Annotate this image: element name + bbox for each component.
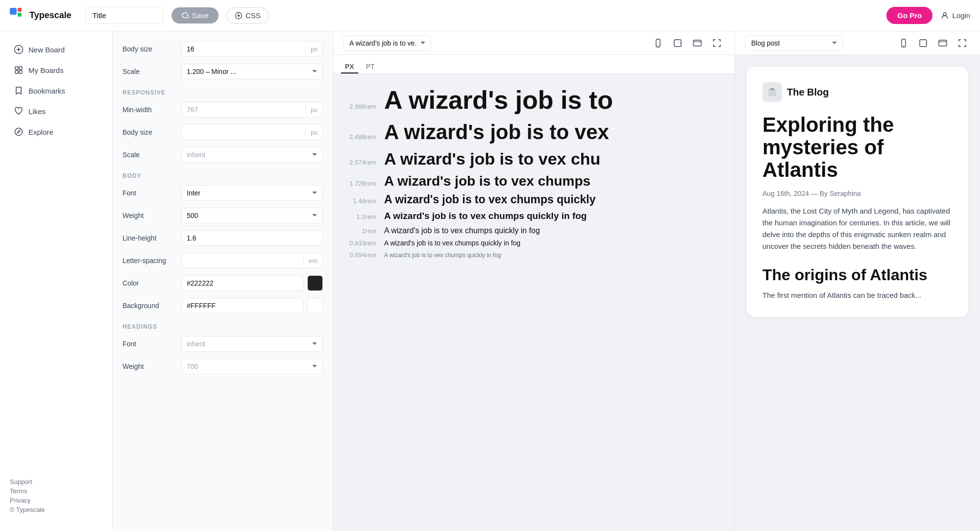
sidebar-item-explore[interactable]: Explore: [4, 122, 108, 142]
sidebar-explore-label: Explore: [28, 128, 53, 136]
window-icon-left[interactable]: [689, 35, 705, 51]
svg-rect-0: [10, 8, 17, 15]
fullscreen-icon-left[interactable]: [709, 35, 725, 51]
blog-panel: The Blog Exploring the mysteries of Atla…: [735, 55, 980, 329]
scale-text-8: A wizard's job is to vex chumps quickly …: [384, 252, 501, 259]
min-width-row: Min-width px: [122, 102, 323, 118]
scale-preview: 2.986rem A wizard's job is to 2.488rem A…: [333, 74, 735, 531]
scale-select[interactable]: 1.200 – Minor ...: [181, 64, 323, 79]
plus-circle-icon: [14, 45, 24, 54]
resp-scale-select[interactable]: inherit: [181, 147, 323, 163]
sidebar-bookmarks-label: Bookmarks: [28, 87, 65, 95]
tablet-icon-left[interactable]: [670, 35, 686, 51]
scale-row: Scale 1.200 – Minor ...: [122, 64, 323, 79]
scale-text-6: A wizard's job is to vex chumps quickly …: [384, 226, 540, 235]
svg-point-4: [943, 13, 946, 16]
weight-select[interactable]: 500: [181, 208, 323, 223]
sidebar-item-my-boards[interactable]: My Boards: [4, 60, 108, 80]
scale-rem-5: 1.2rem: [341, 213, 376, 220]
tab-pt[interactable]: PT: [362, 61, 379, 73]
blog-article-title: Exploring the mysteries of Atlantis: [762, 114, 953, 182]
blog-body-2: The first mention of Atlantis can be tra…: [762, 290, 953, 301]
left-preview-dropdown[interactable]: A wizard's job is to ve...: [343, 35, 431, 51]
window-icon-right[interactable]: [935, 35, 951, 51]
body-size-input[interactable]: [182, 42, 305, 56]
scale-text-4: A wizard's job is to vex chumps quickly: [384, 193, 596, 207]
login-button[interactable]: Login: [940, 11, 970, 20]
line-height-row: Line-height: [122, 230, 323, 246]
sidebar-item-bookmarks[interactable]: Bookmarks: [4, 81, 108, 100]
scale-rem-3: 1.728rem: [341, 180, 376, 187]
logo[interactable]: Typescale: [10, 8, 72, 24]
color-row: Color: [122, 275, 323, 291]
min-width-label: Min-width: [122, 106, 181, 114]
privacy-link[interactable]: Privacy: [10, 497, 102, 504]
save-label: Save: [192, 11, 209, 20]
scale-rem-7: 0.833rem: [341, 240, 376, 247]
scale-rem-8: 0.694rem: [341, 251, 376, 259]
letter-spacing-wrap: em: [181, 253, 323, 268]
left-panel-header: A wizard's job is to ve...: [333, 31, 735, 55]
sidebar-item-likes[interactable]: Likes: [4, 101, 108, 121]
go-pro-button[interactable]: Go Pro: [886, 7, 932, 24]
bookmark-icon: [14, 86, 24, 96]
control-panel: Body size px Scale 1.200 – Minor ... RES…: [113, 31, 333, 531]
h-weight-select[interactable]: 700: [181, 359, 323, 374]
scale-row-3: 1.728rem A wizard's job is to vex chumps: [333, 172, 735, 191]
scale-row-5: 1.2rem A wizard's job is to vex chumps q…: [333, 210, 735, 223]
resp-scale-row: Scale inherit: [122, 147, 323, 163]
bg-swatch[interactable]: [307, 298, 323, 314]
left-panel: A wizard's job is to ve...: [333, 31, 735, 531]
svg-point-12: [658, 45, 659, 46]
cloud-icon: [181, 12, 189, 20]
h-weight-row: Weight 700: [122, 359, 323, 374]
min-width-input[interactable]: [182, 102, 305, 117]
tablet-icon-right[interactable]: [915, 35, 931, 51]
sidebar: New Board My Boards Bookmarks Likes: [0, 31, 113, 531]
resp-body-size-label: Body size: [122, 128, 181, 136]
scale-rem-0: 2.986rem: [341, 103, 376, 110]
support-link[interactable]: Support: [10, 478, 102, 485]
title-input[interactable]: [85, 7, 164, 24]
scale-row-8: 0.694rem A wizard's job is to vex chumps…: [333, 250, 735, 260]
blog-h2: The origins of Atlantis: [762, 266, 953, 284]
bg-input[interactable]: [181, 298, 303, 314]
right-device-icons: [896, 35, 970, 51]
sidebar-new-board-label: New Board: [28, 46, 65, 54]
mobile-icon-right[interactable]: [896, 35, 911, 51]
h-font-row: Font inherit: [122, 336, 323, 352]
css-button[interactable]: CSS: [226, 7, 269, 24]
mobile-icon-left[interactable]: [650, 35, 666, 51]
h-font-select[interactable]: inherit: [181, 336, 323, 352]
terms-link[interactable]: Terms: [10, 487, 102, 495]
color-input[interactable]: [181, 275, 303, 291]
svg-rect-1: [18, 8, 22, 12]
scale-rem-2: 2.074rem: [341, 159, 376, 166]
save-button[interactable]: Save: [172, 7, 219, 24]
scale-row-6: 1rem A wizard's job is to vex chumps qui…: [333, 225, 735, 236]
scale-rem-1: 2.488rem: [341, 133, 376, 141]
scale-row-0: 2.986rem A wizard's job is to: [333, 84, 735, 116]
resp-body-size-input[interactable]: [182, 125, 305, 140]
tab-px[interactable]: PX: [341, 61, 358, 73]
color-swatch[interactable]: [307, 275, 323, 291]
letter-spacing-input[interactable]: [182, 253, 303, 268]
grid-icon: [14, 65, 24, 75]
scale-rem-6: 1rem: [341, 227, 376, 235]
logo-icon: [10, 8, 25, 24]
sidebar-item-new-board[interactable]: New Board: [4, 40, 108, 59]
body-size-input-wrap: px: [181, 41, 323, 57]
sidebar-footer: Support Terms Privacy © Typescale: [0, 470, 112, 523]
line-height-input[interactable]: [181, 230, 323, 246]
font-select[interactable]: Inter: [181, 185, 323, 201]
scale-text-1: A wizard's job is to vex: [384, 120, 609, 145]
scale-text-0: A wizard's job is to: [384, 85, 613, 115]
letter-spacing-label: Letter-spacing: [122, 257, 181, 265]
fullscreen-icon-right[interactable]: [955, 35, 970, 51]
template-select[interactable]: Blog post: [745, 35, 843, 51]
scale-text-5: A wizard's job is to vex chumps quickly …: [384, 211, 587, 222]
blog-card: The Blog Exploring the mysteries of Atla…: [747, 67, 968, 317]
scale-row-4: 1.44rem A wizard's job is to vex chumps …: [333, 192, 735, 208]
compass-icon: [14, 127, 24, 137]
svg-point-19: [926, 43, 927, 44]
